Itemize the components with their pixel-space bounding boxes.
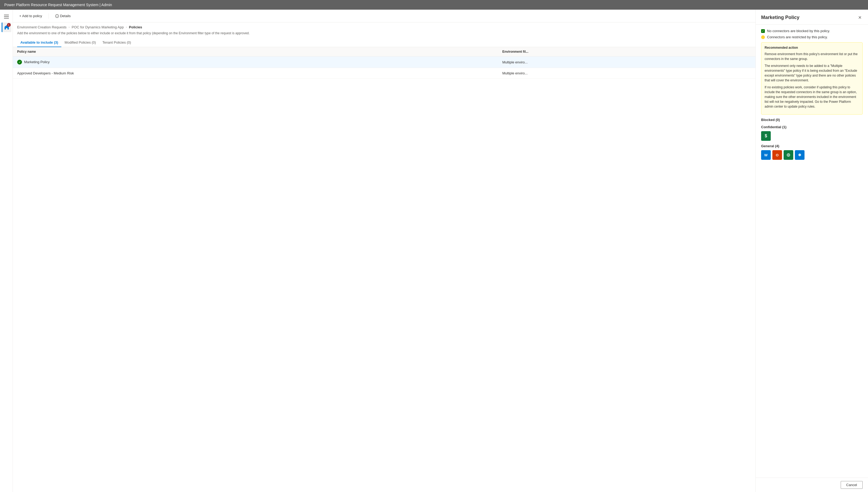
breadcrumb-sep-2: › [126, 26, 127, 29]
app-container: Power Platform Resource Request Manageme… [0, 0, 868, 492]
svg-text:i: i [57, 15, 57, 18]
panel-body: ✓ No connectors are blocked by this poli… [756, 25, 868, 477]
svg-text:O: O [776, 153, 778, 157]
main-layout: 1 + Add to policy i Details [0, 10, 868, 492]
panel-title: Marketing Policy [761, 15, 799, 20]
breadcrumb-item-3: Policies [129, 25, 142, 29]
hamburger-line1 [4, 15, 9, 15]
panel-footer: Cancel [756, 477, 868, 492]
panel-header: Marketing Policy ✕ [756, 10, 868, 25]
col-env-filter: Environment fil... [498, 47, 755, 56]
flake-icon: ❄ [797, 152, 803, 158]
hamburger-line3 [4, 18, 9, 19]
table-cell-name: ✓Marketing Policy [13, 56, 498, 68]
hamburger-menu[interactable] [2, 12, 11, 21]
details-button[interactable]: i Details [53, 13, 73, 19]
status-no-blocked: ✓ No connectors are blocked by this poli… [761, 29, 863, 33]
connector-dollar: $ [761, 131, 771, 141]
status-restricted-text: Connectors are restricted by this policy… [767, 35, 828, 39]
policy-name: Approved Developers - Medium Risk [17, 71, 74, 75]
title-bar: Power Platform Resource Request Manageme… [0, 0, 868, 10]
content-area: + Add to policy i Details Environment Cr… [13, 10, 868, 492]
table-header-row: Policy name Environment fil... [13, 47, 755, 56]
table-cell-env-filter: Multiple enviro... [498, 56, 755, 68]
tab-available[interactable]: Available to include (3) [17, 38, 61, 47]
breadcrumb-item-1[interactable]: Environment Creation Requests [17, 25, 66, 29]
group-general-title: General (4) [761, 144, 863, 148]
breadcrumb: Environment Creation Requests › POC for … [13, 23, 755, 30]
notification-badge: 1 [7, 23, 11, 27]
table-cell-name: Approved Developers - Medium Risk [13, 68, 498, 79]
table-body: ✓Marketing PolicyMultiple enviro...Appro… [13, 56, 755, 79]
details-label: Details [60, 14, 71, 18]
group-confidential: Confidential (1) $ [761, 125, 863, 141]
sidebar: 1 [0, 10, 13, 492]
sidebar-item-home[interactable]: 1 [2, 23, 11, 32]
svg-point-8 [788, 154, 789, 155]
rec-para-1: Remove environment from this policy's en… [765, 52, 859, 61]
rec-para-3: If no existing policies work, consider i… [765, 85, 859, 109]
tabs: Available to include (3) Modified Polici… [13, 38, 755, 47]
connector-office: O [772, 150, 782, 160]
main-content: + Add to policy i Details Environment Cr… [13, 10, 755, 492]
outlook-icon: W [763, 152, 769, 158]
policy-table: Policy name Environment fil... ✓Marketin… [13, 47, 755, 79]
yellow-dot-icon [761, 35, 765, 39]
app-title: Power Platform Resource Request Manageme… [4, 3, 112, 7]
green-check-icon: ✓ [761, 29, 765, 33]
breadcrumb-sep-1: › [69, 26, 69, 29]
col-policy-name: Policy name [13, 47, 498, 56]
tab-tenant[interactable]: Tenant Policies (0) [99, 38, 134, 47]
svg-text:W: W [764, 153, 768, 157]
group-general: General (4) W [761, 144, 863, 160]
group-blocked-title: Blocked (0) [761, 118, 863, 122]
connector-flake: ❄ [795, 150, 804, 160]
tab-modified[interactable]: Modified Policies (0) [61, 38, 99, 47]
confidential-connectors: $ [761, 131, 863, 141]
hamburger-line2 [4, 16, 9, 17]
table-row[interactable]: Approved Developers - Medium RiskMultipl… [13, 68, 755, 79]
toolbar: + Add to policy i Details [13, 10, 755, 23]
info-icon: i [55, 14, 59, 18]
table-cell-env-filter: Multiple enviro... [498, 68, 755, 79]
table-row[interactable]: ✓Marketing PolicyMultiple enviro... [13, 56, 755, 68]
rec-para-2: The environment only needs to be added t… [765, 64, 859, 83]
breadcrumb-item-2[interactable]: POC for Dynamics Marketing App [72, 25, 124, 29]
office-icon: O [774, 152, 780, 158]
connector-outlook: W [761, 150, 771, 160]
status-restricted: Connectors are restricted by this policy… [761, 35, 863, 39]
group-blocked: Blocked (0) [761, 118, 863, 122]
recommendation-box: Recommended action Remove environment fr… [761, 42, 863, 115]
row-check-icon: ✓ [17, 60, 22, 65]
side-panel: Marketing Policy ✕ ✓ No connectors are b… [755, 10, 868, 492]
connector-green [783, 150, 793, 160]
page-description: Add the environment to one of the polici… [13, 30, 254, 38]
svg-text:❄: ❄ [798, 153, 801, 157]
add-to-policy-button[interactable]: + Add to policy [17, 13, 44, 19]
general-connectors: W O [761, 150, 863, 160]
close-panel-button[interactable]: ✕ [857, 14, 863, 21]
cancel-button[interactable]: Cancel [841, 481, 863, 489]
rec-title: Recommended action [765, 46, 859, 50]
green-connector-icon [785, 152, 791, 158]
toolbar-divider [48, 14, 49, 19]
status-no-blocked-text: No connectors are blocked by this policy… [767, 29, 830, 33]
group-confidential-title: Confidential (1) [761, 125, 863, 129]
policy-name: Marketing Policy [24, 60, 50, 64]
